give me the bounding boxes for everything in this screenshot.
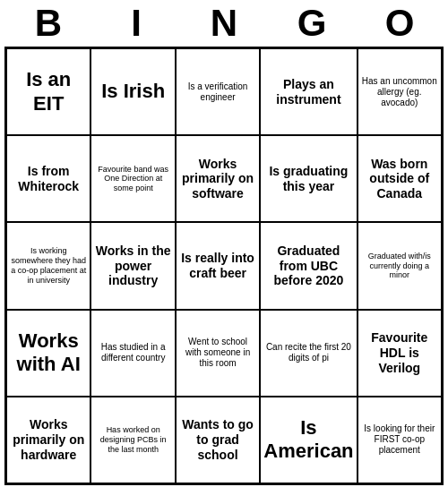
cell-11[interactable]: Works in the power industry [90, 222, 175, 309]
cell-24[interactable]: Is looking for their FIRST co-op placeme… [358, 397, 442, 483]
cell-22[interactable]: Wants to go to grad school [176, 397, 260, 483]
cell-5[interactable]: Is from Whiterock [6, 135, 90, 222]
cell-18[interactable]: Can recite the first 20 digits of pi [260, 310, 357, 397]
cell-23[interactable]: Is American [260, 397, 357, 483]
cell-9[interactable]: Was born outside of Canada [358, 135, 442, 222]
cell-21[interactable]: Has worked on designing PCBs in the last… [90, 397, 175, 483]
letter-i: I [100, 2, 172, 45]
letter-o: O [364, 2, 435, 45]
cell-3[interactable]: Plays an instrument [260, 48, 357, 135]
cell-2[interactable]: Is a verification engineer [176, 48, 260, 135]
cell-14[interactable]: Graduated with/is currently doing a mino… [358, 222, 442, 309]
bingo-title: B I N G O [4, 0, 444, 47]
cell-19[interactable]: Favourite HDL is Verilog [358, 310, 442, 397]
cell-1[interactable]: Is Irish [90, 48, 175, 135]
cell-12[interactable]: Is really into craft beer [176, 222, 260, 309]
cell-15[interactable]: Works with AI [6, 310, 90, 397]
letter-b: B [13, 2, 84, 45]
bingo-grid: Is an EITIs IrishIs a verification engin… [4, 47, 444, 485]
cell-7[interactable]: Works primarily on software [176, 135, 260, 222]
letter-g: G [276, 2, 348, 45]
cell-8[interactable]: Is graduating this year [260, 135, 357, 222]
cell-20[interactable]: Works primarily on hardware [6, 397, 90, 483]
cell-10[interactable]: Is working somewhere they had a co-op pl… [6, 222, 90, 309]
cell-17[interactable]: Went to school with someone in this room [176, 310, 260, 397]
cell-16[interactable]: Has studied in a different country [90, 310, 175, 397]
cell-0[interactable]: Is an EIT [6, 48, 90, 135]
cell-13[interactable]: Graduated from UBC before 2020 [260, 222, 357, 309]
letter-n: N [188, 2, 260, 45]
cell-4[interactable]: Has an uncommon allergy (eg. avocado) [358, 48, 442, 135]
cell-6[interactable]: Favourite band was One Direction at some… [90, 135, 175, 222]
